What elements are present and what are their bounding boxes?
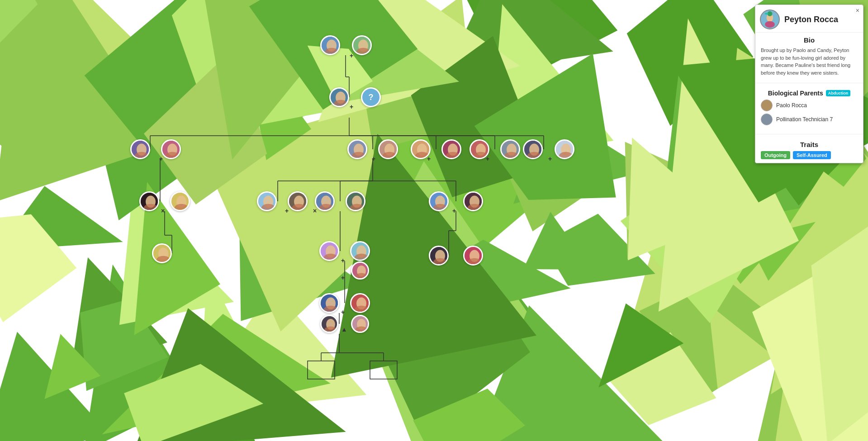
node-n29[interactable] xyxy=(319,293,339,313)
panel-header: Peyton Rocca xyxy=(755,5,863,33)
node-n5[interactable] xyxy=(130,139,150,159)
node-n12[interactable] xyxy=(500,139,520,159)
parent-row-1[interactable]: Pollination Technician 7 xyxy=(761,114,858,125)
node-n15[interactable] xyxy=(139,191,159,211)
panel-bio-section: Bio Brought up by Paolo and Candy, Peyto… xyxy=(755,33,863,80)
parents-header: Biological Parents Abduction xyxy=(761,90,858,97)
node-n9[interactable] xyxy=(411,139,431,159)
node-n30[interactable] xyxy=(350,293,370,313)
bio-title: Bio xyxy=(761,36,858,44)
info-panel: × Peyton Rocca Bio Brought up by Paolo a… xyxy=(755,5,863,163)
parent-avatar-0 xyxy=(761,100,773,111)
parent-name-0: Paolo Rocca xyxy=(776,102,807,109)
node-n24[interactable] xyxy=(319,241,339,261)
svg-point-136 xyxy=(765,21,775,28)
node-n6[interactable] xyxy=(161,139,181,159)
node-n20[interactable] xyxy=(346,191,365,211)
trait-self-assured[interactable]: Self-Assured xyxy=(793,151,831,159)
node-n1[interactable] xyxy=(320,35,340,55)
trait-outgoing[interactable]: Outgoing xyxy=(761,151,790,159)
panel-parents-section: Biological Parents Abduction Paolo Rocca… xyxy=(755,86,863,131)
parent-row-0[interactable]: Paolo Rocca xyxy=(761,100,858,111)
node-n25[interactable] xyxy=(350,241,370,261)
background-canvas xyxy=(0,0,868,441)
node-n13[interactable] xyxy=(523,139,543,159)
node-n19[interactable] xyxy=(315,191,335,211)
node-n28[interactable] xyxy=(463,246,483,266)
node-n11[interactable] xyxy=(470,139,489,159)
traits-title: Traits xyxy=(761,141,858,148)
node-n32[interactable] xyxy=(351,315,369,333)
node-n14[interactable] xyxy=(555,139,574,159)
panel-traits-section: Traits Outgoing Self-Assured xyxy=(755,137,863,163)
node-n3[interactable] xyxy=(329,87,349,107)
node-n26[interactable] xyxy=(351,261,369,280)
traits-row: Outgoing Self-Assured xyxy=(761,151,858,159)
panel-character-name: Peyton Rocca xyxy=(784,15,838,24)
node-n2[interactable] xyxy=(352,35,372,55)
node-n31[interactable] xyxy=(320,315,338,333)
parent-name-1: Pollination Technician 7 xyxy=(776,116,833,123)
parents-title: Biological Parents xyxy=(768,90,823,97)
node-n17[interactable] xyxy=(257,191,277,211)
svg-rect-138 xyxy=(765,13,768,14)
node-n10[interactable] xyxy=(441,139,461,159)
node-n23[interactable] xyxy=(152,243,172,263)
node-question-n4q[interactable]: ? xyxy=(361,87,381,107)
node-n16[interactable] xyxy=(170,191,190,211)
parent-avatar-1 xyxy=(761,114,773,125)
close-button[interactable]: × xyxy=(856,7,859,14)
node-n18[interactable] xyxy=(288,191,308,211)
node-n22[interactable] xyxy=(463,191,483,211)
node-n7[interactable] xyxy=(347,139,367,159)
panel-avatar xyxy=(760,9,780,29)
node-n21[interactable] xyxy=(429,191,449,211)
node-n27[interactable] xyxy=(429,246,449,266)
node-n8[interactable] xyxy=(378,139,398,159)
bio-text: Brought up by Paolo and Candy, Peyton gr… xyxy=(761,47,858,76)
abduction-badge: Abduction xyxy=(826,90,851,96)
